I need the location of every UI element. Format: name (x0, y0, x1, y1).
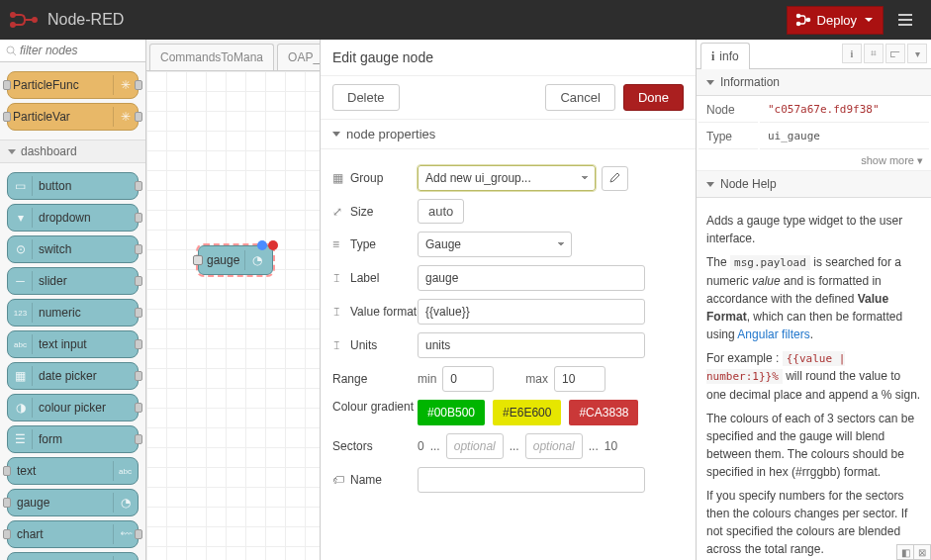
i-cursor-icon: 𝙸 (332, 338, 345, 352)
canvas-gauge-node[interactable]: gauge ◔ (198, 245, 273, 275)
tray-button-2[interactable]: ⊠ (913, 544, 931, 560)
workspace-tab-commands[interactable]: CommandsToMana (149, 44, 274, 70)
list-icon: ≡ (332, 237, 345, 251)
caret-down-icon (332, 132, 340, 137)
app-header: Node-RED Deploy (0, 0, 931, 40)
color-chip-2[interactable]: #E6E600 (493, 400, 561, 425)
hamburger-menu-button[interactable] (889, 8, 921, 32)
workspace: CommandsToMana OAP_HR gauge ◔ (146, 40, 320, 560)
sidebar-debug-button[interactable]: ⌗ (864, 44, 884, 63)
palette-filter-input[interactable] (20, 44, 140, 57)
caret-down-icon (865, 18, 873, 22)
numeric-icon: 123 (13, 303, 33, 323)
grid-icon: ▦ (332, 171, 345, 185)
node-id: "c057a67e.fd9f38" (760, 98, 929, 123)
calendar-icon: ▦ (13, 366, 33, 386)
palette-node-text[interactable]: textabc (7, 457, 139, 485)
audio-icon: ≡ (113, 556, 133, 560)
sector-start: 0 (418, 439, 424, 453)
palette-node-date-picker[interactable]: ▦date picker (7, 362, 139, 390)
palette-node-dropdown[interactable]: ▾dropdown (7, 204, 139, 232)
sidebar-info-button[interactable]: i (842, 44, 862, 63)
node-red-logo-icon (10, 11, 38, 29)
node-properties-section[interactable]: node properties (321, 120, 696, 149)
hamburger-icon (897, 13, 913, 27)
tray-button-1[interactable]: ◧ (896, 544, 914, 560)
caret-down-icon (706, 80, 714, 85)
info-icon: i (711, 49, 714, 64)
color-chip-3[interactable]: #CA3838 (569, 400, 638, 425)
delete-button[interactable]: Delete (332, 84, 400, 111)
range-max-input[interactable] (554, 366, 605, 392)
pencil-icon (609, 172, 620, 183)
palette-node-particle-func[interactable]: ParticleFunc✳ (7, 71, 139, 99)
caret-down-icon: ▾ (915, 48, 920, 59)
angular-filters-link[interactable]: Angular filters (737, 327, 809, 341)
node-help-content: Adds a gauge type widget to the user int… (697, 198, 931, 560)
sidebar-dashboard-button[interactable]: ⫍ (885, 44, 905, 63)
show-more-link[interactable]: show more ▾ (697, 151, 931, 171)
text-icon: abc (113, 461, 133, 481)
button-icon: ▭ (13, 176, 33, 196)
palette-node-audio-out[interactable]: audio out≡ (7, 552, 139, 560)
workspace-tab-oap-hr[interactable]: OAP_HR (277, 44, 320, 70)
palette-search[interactable] (0, 40, 145, 62)
svg-point-2 (33, 18, 37, 22)
sector-1-input[interactable] (446, 433, 504, 459)
color-chip-1[interactable]: #00B500 (418, 400, 485, 425)
sparkle-icon: ✳ (113, 107, 133, 127)
node-input-port[interactable] (193, 255, 203, 265)
app-title: Node-RED (47, 11, 124, 29)
i-cursor-icon: 𝙸 (332, 271, 345, 285)
node-error-badge (268, 240, 278, 250)
node-changed-badge (257, 240, 267, 250)
group-select[interactable]: Add new ui_group... (418, 165, 596, 191)
tag-icon: 🏷 (332, 473, 345, 487)
flow-canvas[interactable]: gauge ◔ (146, 71, 320, 560)
bug-icon: ⌗ (871, 47, 877, 59)
node-help-section[interactable]: Node Help (697, 171, 931, 198)
search-icon (6, 46, 16, 56)
deploy-label: Deploy (817, 13, 857, 28)
size-button[interactable]: auto (418, 199, 464, 224)
palette-node-numeric[interactable]: 123numeric (7, 299, 139, 327)
name-input[interactable] (418, 467, 645, 493)
edit-title: Edit gauge node (321, 40, 696, 76)
palette-node-button[interactable]: ▭button (7, 172, 139, 200)
dropdown-icon: ▾ (13, 208, 33, 228)
palette-node-chart[interactable]: chart⬳ (7, 520, 139, 548)
range-min-input[interactable] (442, 366, 494, 392)
info-tab[interactable]: iinfo (700, 43, 750, 69)
form-icon: ☰ (13, 429, 33, 449)
info-icon: i (851, 48, 854, 59)
deploy-icon (795, 13, 811, 27)
palette-node-particle-var[interactable]: ParticleVar✳ (7, 103, 139, 131)
sector-end: 10 (605, 439, 617, 453)
palette-node-slider[interactable]: ─slider (7, 267, 139, 295)
workspace-tabs: CommandsToMana OAP_HR (146, 40, 320, 71)
gauge-icon: ◔ (113, 493, 133, 513)
edit-group-button[interactable] (602, 166, 628, 191)
palette-node-text-input[interactable]: abctext input (7, 330, 139, 358)
cancel-button[interactable]: Cancel (545, 84, 614, 111)
information-section[interactable]: Information (697, 69, 931, 96)
value-format-input[interactable] (418, 299, 645, 325)
palette-node-form[interactable]: ☰form (7, 425, 139, 453)
sector-2-input[interactable] (525, 433, 583, 459)
label-input[interactable] (418, 265, 645, 291)
palette-category-dashboard[interactable]: dashboard (0, 140, 145, 163)
chart-icon: ⫍ (890, 48, 900, 59)
deploy-button[interactable]: Deploy (787, 6, 884, 35)
type-select[interactable]: Gauge (418, 232, 572, 257)
slider-icon: ─ (13, 271, 33, 291)
palette-node-colour-picker[interactable]: ◑colour picker (7, 394, 139, 421)
sidebar-dropdown-button[interactable]: ▾ (907, 44, 927, 63)
palette-node-gauge[interactable]: gauge◔ (7, 489, 139, 516)
gauge-icon: ◔ (244, 250, 264, 270)
done-button[interactable]: Done (623, 84, 684, 111)
info-sidebar: iinfo i ⌗ ⫍ ▾ Information Node"c057a67e.… (696, 40, 931, 560)
units-input[interactable] (418, 332, 645, 358)
palette-panel: ParticleFunc✳ ParticleVar✳ dashboard ▭bu… (0, 40, 146, 560)
palette-node-switch[interactable]: ⊙switch (7, 235, 139, 263)
i-cursor-icon: 𝙸 (332, 305, 345, 319)
